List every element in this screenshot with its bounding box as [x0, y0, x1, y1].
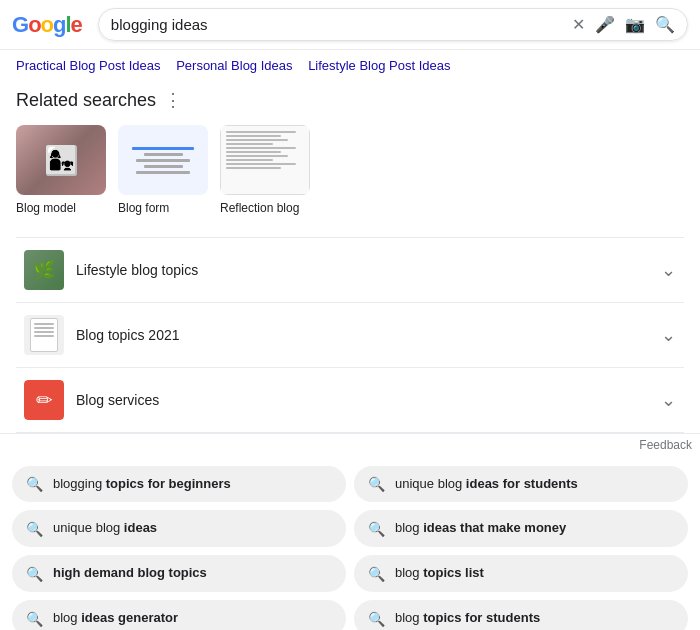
chevron-down-icon-services: ⌄: [661, 389, 676, 411]
expand-item-services[interactable]: ✏ Blog services ⌄: [16, 368, 684, 433]
search-icon-pill-2: 🔍: [26, 521, 43, 537]
search-pills-section: 🔍 blogging topics for beginners 🔍 unique…: [0, 456, 700, 630]
pill-6[interactable]: 🔍 blog ideas generator: [12, 600, 346, 630]
pill-text-1: unique blog ideas for students: [395, 476, 674, 493]
search-icon-pill-5: 🔍: [368, 566, 385, 582]
blog-model-image: [16, 125, 106, 195]
thumb-services: ✏: [24, 380, 64, 420]
search-icon-pill-7: 🔍: [368, 611, 385, 627]
pill-0[interactable]: 🔍 blogging topics for beginners: [12, 466, 346, 503]
card-blog-model[interactable]: Blog model: [16, 125, 106, 217]
form-line-2: [144, 153, 183, 156]
pill-3[interactable]: 🔍 blog ideas that make money: [354, 510, 688, 547]
search-bar[interactable]: ✕ 🎤 📷 🔍: [98, 8, 688, 41]
pill-1[interactable]: 🔍 unique blog ideas for students: [354, 466, 688, 503]
pill-text-7: blog topics for students: [395, 610, 674, 627]
header: Google ✕ 🎤 📷 🔍: [0, 0, 700, 50]
search-icon[interactable]: 🔍: [655, 15, 675, 34]
topics-thumb-img: [24, 315, 64, 355]
top-link-practical[interactable]: Practical Blog Post Ideas: [16, 58, 161, 73]
card-blog-form[interactable]: Blog form: [118, 125, 208, 217]
reflection-blog-image: [220, 125, 310, 195]
feedback-label[interactable]: Feedback: [639, 438, 692, 452]
form-line-1: [132, 147, 194, 150]
card-img-reflection: [220, 125, 310, 195]
pill-text-4: high demand blog topics: [53, 565, 332, 582]
search-icon-pill-0: 🔍: [26, 476, 43, 492]
services-thumb-img: ✏: [24, 380, 64, 420]
more-options-icon[interactable]: ⋮: [164, 89, 182, 111]
card-label-blog-model: Blog model: [16, 201, 76, 217]
camera-icon[interactable]: 📷: [625, 15, 645, 34]
card-img-blog-form: [118, 125, 208, 195]
expand-item-lifestyle[interactable]: 🌿 Lifestyle blog topics ⌄: [16, 238, 684, 303]
search-input[interactable]: [111, 16, 564, 33]
expand-label-topics: Blog topics 2021: [76, 327, 649, 343]
search-icon-pill-1: 🔍: [368, 476, 385, 492]
card-label-blog-form: Blog form: [118, 201, 169, 217]
chevron-down-icon-lifestyle: ⌄: [661, 259, 676, 281]
feedback-row: Feedback: [0, 433, 700, 456]
form-line-5: [136, 171, 191, 174]
pill-text-0: blogging topics for beginners: [53, 476, 332, 493]
pill-text-5: blog topics list: [395, 565, 674, 582]
card-label-reflection: Reflection blog: [220, 201, 299, 217]
expand-label-services: Blog services: [76, 392, 649, 408]
form-line-3: [136, 159, 191, 162]
search-icon-pill-3: 🔍: [368, 521, 385, 537]
expand-item-topics[interactable]: Blog topics 2021 ⌄: [16, 303, 684, 368]
card-reflection-blog[interactable]: Reflection blog: [220, 125, 310, 217]
search-icon-pill-6: 🔍: [26, 611, 43, 627]
google-logo: Google: [12, 12, 82, 38]
lifestyle-thumb-img: 🌿: [24, 250, 64, 290]
pill-7[interactable]: 🔍 blog topics for students: [354, 600, 688, 630]
microphone-icon[interactable]: 🎤: [595, 15, 615, 34]
chevron-down-icon-topics: ⌄: [661, 324, 676, 346]
pill-text-3: blog ideas that make money: [395, 520, 674, 537]
top-link-lifestyle[interactable]: Lifestyle Blog Post Ideas: [308, 58, 450, 73]
search-icon-pill-4: 🔍: [26, 566, 43, 582]
image-cards: Blog model Blog form: [16, 125, 684, 217]
clear-icon[interactable]: ✕: [572, 15, 585, 34]
pill-text-6: blog ideas generator: [53, 610, 332, 627]
pill-4[interactable]: 🔍 high demand blog topics: [12, 555, 346, 592]
expand-label-lifestyle: Lifestyle blog topics: [76, 262, 649, 278]
form-line-4: [144, 165, 183, 168]
related-searches-section: Related searches ⋮ Blog model Blog form: [0, 77, 700, 433]
related-searches-title: Related searches: [16, 90, 156, 111]
thumb-lifestyle: 🌿: [24, 250, 64, 290]
top-links: Practical Blog Post Ideas Personal Blog …: [0, 50, 700, 77]
thumb-topics: [24, 315, 64, 355]
pill-2[interactable]: 🔍 unique blog ideas: [12, 510, 346, 547]
card-img-blog-model: [16, 125, 106, 195]
top-link-personal[interactable]: Personal Blog Ideas: [176, 58, 292, 73]
related-searches-header: Related searches ⋮: [16, 89, 684, 111]
blog-form-image: [118, 125, 208, 195]
pill-5[interactable]: 🔍 blog topics list: [354, 555, 688, 592]
pill-text-2: unique blog ideas: [53, 520, 332, 537]
expand-list: 🌿 Lifestyle blog topics ⌄ Blog topics 20…: [16, 237, 684, 433]
